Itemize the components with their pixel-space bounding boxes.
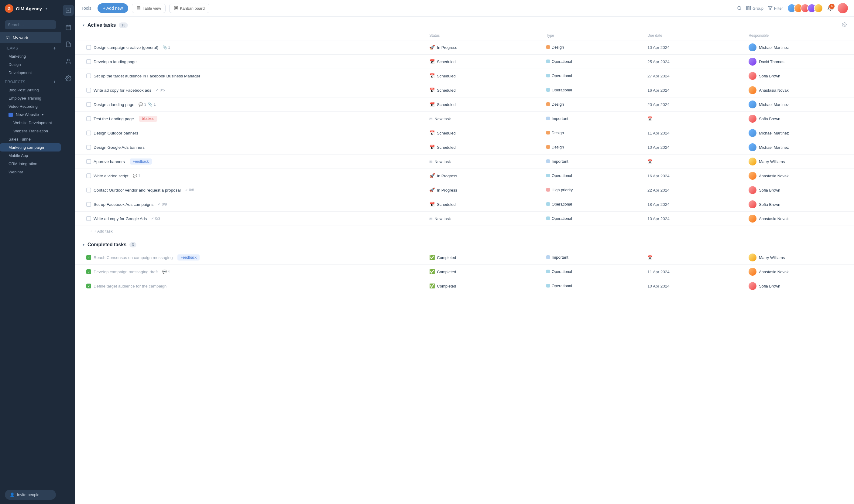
icon-sidebar-calendar[interactable] [63,22,74,33]
active-tasks-count: 13 [119,22,127,28]
projects-add-button[interactable]: + [53,79,56,85]
task-responsible-cell: Sofia Brown [745,183,854,197]
table-row[interactable]: Write ad copy for Google Ads✓ 0/3✉New ta… [75,212,854,226]
sidebar-project-webinar[interactable]: Webinar [0,168,61,176]
table-row[interactable]: ✓Reach Consensus on campaign messagingFe… [75,251,854,265]
sidebar-project-employee-training[interactable]: Employee Training [0,94,61,102]
task-type-cell: Important [543,155,644,169]
table-view-button[interactable]: Table view [132,4,165,13]
sidebar-project-crm-integration[interactable]: CRM Integration [0,160,61,168]
active-tasks-toggle[interactable]: ▾ [83,23,85,27]
icon-sidebar-tasks[interactable] [63,5,74,16]
task-name-cell: Design Google Ads banners [75,140,425,155]
type-dot [546,202,550,206]
task-checkbox[interactable] [86,173,91,178]
sidebar-project-blog-post[interactable]: Blog Post Writing [0,86,61,94]
sidebar-project-website-translation[interactable]: Website Translation [0,127,61,135]
task-checkbox[interactable] [86,145,91,150]
icon-sidebar-contacts[interactable] [63,56,74,67]
kanban-board-button[interactable]: Kanban board [169,4,209,13]
avatar-marry[interactable] [814,4,823,13]
task-due-date: 10 Apr 2024 [647,145,669,150]
responsible-avatar [749,268,756,276]
add-new-button[interactable]: + Add new [98,3,128,13]
sidebar-project-video-recording[interactable]: Video Recording [0,102,61,110]
search-input[interactable] [5,20,56,29]
task-checkbox[interactable] [86,88,91,93]
task-checkbox[interactable] [86,116,91,121]
responsible-name: Anastasia Novak [759,88,789,93]
sidebar-team-marketing[interactable]: Marketing [0,52,61,60]
task-checkbox[interactable] [86,159,91,164]
task-name: Design campaign creative (general) [93,45,158,50]
sidebar-project-sales-funnel[interactable]: Sales Funnel [0,135,61,143]
icon-sidebar-notes[interactable] [63,39,74,50]
sidebar-project-mobile-app[interactable]: Mobile App [0,151,61,160]
sidebar-team-design[interactable]: Design [0,60,61,69]
avatar-group [787,4,823,13]
task-checkbox[interactable]: ✓ [86,255,91,260]
table-row[interactable]: Set up the target audience in Facebook B… [75,69,854,83]
task-checkbox[interactable] [86,216,91,221]
task-checkbox[interactable] [86,202,91,207]
task-checkbox[interactable] [86,102,91,107]
task-name-cell: Write ad copy for Google Ads✓ 0/3 [75,212,425,226]
filter-button[interactable]: Filter [768,6,783,11]
table-row[interactable]: Contact Ourdoor vendor and request a pro… [75,183,854,197]
table-row[interactable]: ✓Develop campaign messaging draft💬 4✅Com… [75,265,854,279]
table-row[interactable]: Set up Facebook Ads campaigns✓ 0/9📅Sched… [75,197,854,212]
task-name: Set up the target audience in Facebook B… [93,74,200,78]
svg-rect-16 [747,6,747,10]
task-type: Important [552,116,569,121]
sidebar-project-new-website[interactable]: New Website ▾ [0,110,61,119]
table-row[interactable]: Design campaign creative (general)📎 1🚀In… [75,40,854,55]
icon-sidebar-settings[interactable] [63,73,74,84]
sidebar-project-marketing-campaign[interactable]: Marketing campaign [0,143,61,151]
current-user-avatar[interactable] [838,3,848,13]
task-tag: blocked [139,116,157,122]
table-row[interactable]: Design Google Ads banners📅ScheduledDesig… [75,140,854,155]
table-row[interactable]: ✓Define target audience for the campaign… [75,279,854,293]
sidebar-team-development[interactable]: Development [0,69,61,77]
task-name-cell: Develop a landing page [75,55,425,69]
task-checkbox[interactable] [86,59,91,64]
responsible-name: Michael Martinez [759,131,789,136]
responsible-name: Sofia Brown [759,116,780,121]
invite-people-button[interactable]: 👤 Invite people [5,490,56,500]
table-row[interactable]: Design a landing page💬 3📎 1📅ScheduledDes… [75,97,854,112]
add-task-button[interactable]: + + Add task [75,226,854,236]
task-checkbox[interactable] [86,130,91,136]
table-row[interactable]: Design Outdoor banners📅ScheduledDesign11… [75,126,854,140]
active-tasks-settings-button[interactable] [842,22,847,28]
task-name: Design Google Ads banners [93,145,145,150]
completed-tasks-toggle[interactable]: ▾ [83,242,85,247]
task-status: Scheduled [437,88,455,93]
teams-add-button[interactable]: + [53,46,56,51]
subtask-icon: ✓ 0/8 [185,188,194,192]
task-status-cell: ✉New task [425,212,542,226]
table-row[interactable]: Write a video script💬 1🚀In ProgressOpera… [75,169,854,183]
task-checkbox[interactable] [86,73,91,78]
task-type: Operational [552,173,572,178]
sidebar-item-my-work[interactable]: ☑ My work [0,32,61,43]
table-row[interactable]: Write ad copy for Facebook ads✓ 0/5📅Sche… [75,83,854,97]
task-name: Set up Facebook Ads campaigns [93,202,153,207]
task-checkbox[interactable] [86,187,91,193]
task-status: Scheduled [437,74,455,78]
task-checkbox[interactable]: ✓ [86,269,91,274]
table-row[interactable]: Develop a landing page📅ScheduledOperatio… [75,55,854,69]
sidebar-project-website-development[interactable]: Website Development [0,119,61,127]
search-button[interactable] [737,6,742,11]
table-row[interactable]: Approve bannersFeedback✉New taskImportan… [75,155,854,169]
task-status: Completed [437,255,456,260]
group-button[interactable]: Group [746,6,764,11]
task-checkbox[interactable]: ✓ [86,284,91,288]
kanban-icon [174,6,178,10]
task-checkbox[interactable] [86,45,91,50]
task-name-cell: Set up Facebook Ads campaigns✓ 0/9 [75,197,425,212]
responsible-name: Michael Martinez [759,102,789,107]
sidebar-header: G GIM Agency ▾ [0,0,61,17]
table-row[interactable]: Test the Landing pageblocked✉New taskImp… [75,112,854,126]
task-status: In Progress [437,45,457,50]
notifications-button[interactable]: 6 [827,5,833,12]
